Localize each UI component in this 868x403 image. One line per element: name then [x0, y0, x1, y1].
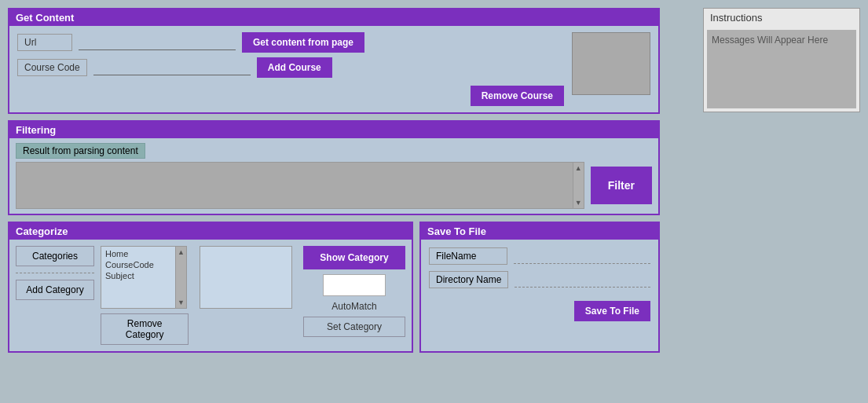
get-content-button[interactable]: Get content from page	[242, 32, 364, 53]
filter-area: ▲ ▼ Filter	[16, 162, 652, 209]
categorize-title: Categorize	[9, 223, 412, 240]
course-row: Course Code Add Course	[17, 57, 564, 78]
directory-input[interactable]	[515, 273, 650, 288]
remove-course-row: Remove Course	[17, 86, 564, 106]
instructions-message: Messages Will Appear Here	[712, 35, 828, 46]
remove-course-button[interactable]: Remove Course	[471, 86, 564, 106]
categories-dashed	[16, 273, 94, 273]
add-course-button[interactable]: Add Course	[257, 57, 332, 78]
automatch-input[interactable]	[323, 274, 386, 296]
directory-row: Directory Name	[429, 271, 650, 288]
list-item: CourseCode	[103, 259, 185, 270]
course-code-input[interactable]	[93, 60, 251, 75]
instructions-body: Messages Will Appear Here	[707, 30, 856, 108]
cat-empty-box	[200, 246, 292, 309]
instructions-title: Instructions	[704, 9, 859, 27]
save-to-file-section: Save To File FileName Directory Name Sav…	[419, 222, 660, 353]
result-label: Result from parsing content	[16, 143, 145, 159]
filename-row: FileName	[429, 247, 650, 265]
scroll-down-icon[interactable]: ▼	[575, 199, 582, 207]
url-row: Url Get content from page	[17, 32, 564, 53]
bottom-row: Categorize Categories Add Category Home …	[8, 222, 660, 353]
cat-listbox: Home CourseCode Subject ▲ ▼	[101, 246, 187, 309]
directory-label: Directory Name	[429, 271, 508, 288]
show-category-button[interactable]: Show Category	[303, 246, 405, 269]
categories-button[interactable]: Categories	[16, 246, 94, 266]
get-content-section: Get Content Url Get content from page Co…	[8, 8, 660, 114]
list-item: Home	[103, 248, 185, 259]
filename-label: FileName	[429, 247, 507, 265]
get-content-title: Get Content	[9, 9, 658, 26]
save-to-file-button[interactable]: Save To File	[574, 301, 650, 321]
save-body: FileName Directory Name Save To File	[421, 240, 658, 329]
instructions-panel: Instructions Messages Will Appear Here	[703, 8, 860, 112]
course-code-label: Course Code	[17, 59, 87, 76]
list-item: Subject	[103, 270, 185, 281]
add-category-button[interactable]: Add Category	[16, 280, 94, 300]
url-label: Url	[17, 34, 72, 51]
categories-col: Categories Add Category	[16, 246, 94, 300]
filter-btn-wrap: Filter	[591, 162, 652, 209]
cat-listbox-scrollbar[interactable]: ▲ ▼	[175, 247, 186, 308]
categorize-section: Categorize Categories Add Category Home …	[8, 222, 413, 353]
filtering-title: Filtering	[9, 122, 658, 138]
filtering-section: Filtering Result from parsing content ▲ …	[8, 120, 660, 215]
filter-scrollbar[interactable]: ▲ ▼	[573, 163, 584, 208]
cat-list-btns: Remove Category	[101, 313, 189, 345]
url-input[interactable]	[79, 35, 236, 50]
filter-textarea-wrap: ▲ ▼	[16, 162, 584, 209]
cat-scroll-down-icon[interactable]: ▼	[178, 299, 185, 306]
scroll-up-icon[interactable]: ▲	[575, 164, 582, 172]
automatch-label: AutoMatch	[331, 301, 376, 312]
main-layout: Get Content Url Get content from page Co…	[0, 0, 668, 361]
cat-list-col: Home CourseCode Subject ▲ ▼ Remove Categ…	[101, 246, 189, 345]
categorize-body: Categories Add Category Home CourseCode …	[9, 240, 412, 351]
filename-input[interactable]	[514, 249, 650, 264]
save-btn-row: Save To File	[429, 301, 650, 321]
cat-right-col: Show Category AutoMatch Set Category	[303, 246, 405, 337]
cat-scroll-up-icon[interactable]: ▲	[178, 248, 185, 256]
get-content-left: Url Get content from page Course Code Ad…	[17, 32, 564, 106]
set-category-button[interactable]: Set Category	[303, 317, 405, 337]
get-content-body: Url Get content from page Course Code Ad…	[9, 26, 658, 112]
filter-button[interactable]: Filter	[591, 167, 652, 204]
filtering-body: Result from parsing content ▲ ▼ Filter	[9, 138, 658, 214]
content-image	[572, 32, 650, 95]
remove-category-button[interactable]: Remove Category	[101, 313, 189, 345]
save-to-file-title: Save To File	[421, 223, 658, 240]
